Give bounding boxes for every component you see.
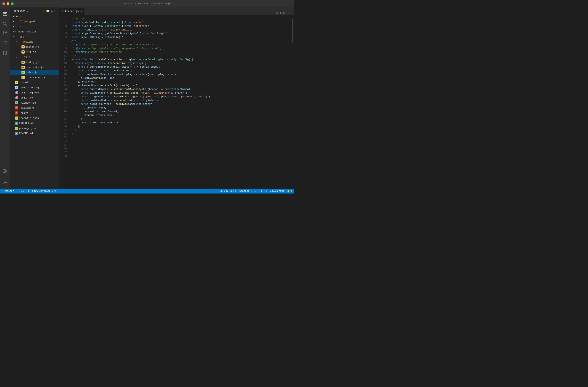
code-line-20: const enchantedBranches = await plugins.… [71,72,288,76]
tree-item-config-js[interactable]: JS config.js [10,60,59,65]
status-spaces[interactable]: Spaces: 2 [240,190,252,193]
git-branch-icon: ⎇ [2,190,5,193]
status-bar: ⎇ master ↻ ✕ 0 ⚠ 0 Flow coverage 97% Ln … [0,189,294,193]
code-line-19: const branches = await getBranches() [71,69,288,72]
refresh-icon[interactable]: ↻ [51,9,53,13]
tree-label-bin: bin [20,15,24,18]
tree-arrow-utils [15,55,18,59]
tab-icon-branch-js: JS [61,10,63,13]
scrollbar-thumb[interactable] [292,19,294,42]
svg-line-3 [6,24,7,26]
status-notifications[interactable]: 🔔 1 [287,190,292,193]
code-line-36: }) [71,124,288,128]
tree-item-eslintrc[interactable]: E .eslintrc [10,95,59,100]
tab-label-branch-js: branch.js [65,10,79,13]
tree-label-editorconfig: .editorconfig [19,86,39,89]
split-editor-icon[interactable]: ⊟ [276,11,278,15]
warning-count: 0 [28,190,29,193]
layout-icon[interactable]: ▦ [283,11,284,15]
code-line-33: }) [71,117,288,121]
tree-item-license-md[interactable]: M LICENSE.md [10,121,59,126]
status-position[interactable]: Ln 39, Col 1 [220,190,237,193]
maximize-button[interactable] [11,2,14,5]
code-line-17: return async function branchAction(args:… [71,61,288,65]
tree-item-jsconfig-json[interactable]: J jsconfig.json [10,115,59,121]
activity-remote[interactable] [0,166,10,176]
tree-item-npmrc[interactable]: N .npmrc [10,111,59,115]
activity-extensions[interactable] [0,38,10,48]
code-line-32: branch: branch.name, [71,113,288,117]
status-language[interactable]: JavaScript [270,190,284,193]
activity-explorer[interactable] [0,9,10,19]
code-line-4: import type { Config, CorePlugin } from … [71,24,288,28]
collapse-icon[interactable]: ≡ [54,9,56,13]
tree-label-eslintignore: .eslintignore [19,91,39,94]
tree-label-src: src [20,35,24,38]
tree-item-utils[interactable]: utils [10,55,59,60]
tree-item-node-modules[interactable]: ⬡ node_modules [10,29,59,34]
file-icon-branch-js: JS [21,45,25,48]
source-control-icon [2,31,7,36]
minimize-button[interactable] [7,2,9,5]
tree-item-actions[interactable]: actions [10,39,59,44]
bookmark-icon [2,50,7,55]
svg-rect-1 [3,14,5,14]
status-flow[interactable]: Flow coverage 97% [32,190,56,193]
line-numbers: 12345 678910 1112131415 1617181920 21222… [59,15,68,189]
tree-item-babelrc[interactable]: B .babelrc [10,80,59,85]
svg-point-12 [4,182,6,183]
status-eol[interactable]: LF [265,190,267,193]
status-branch[interactable]: ⎇ master [2,190,14,193]
tree-item-flow-typed[interactable]: flow-typed [10,19,59,24]
new-folder-icon[interactable]: 📁 [46,9,50,13]
tab-branch-js[interactable]: JS branch.js × [59,8,84,15]
tree-item-src[interactable]: src [10,34,59,39]
window-controls [2,2,14,5]
tree-item-readme-md[interactable]: M README.md [10,131,59,136]
tree-item-branch-js[interactable]: JS branch.js [10,44,59,49]
activity-source-control[interactable] [0,28,10,38]
tree-label-eslintrc: .eslintrc [19,96,33,99]
folder-icon-flow-typed [15,20,19,23]
tree-item-init-js[interactable]: JS init.js [10,49,59,55]
tree-arrow-lib [12,25,15,28]
tree-item-lib[interactable]: lib [10,24,59,29]
activity-settings[interactable] [0,178,10,187]
file-icon-npmrc: N [15,112,18,114]
activity-search[interactable] [0,19,10,28]
tree-item-interfaces-js[interactable]: JS interfaces.js [10,75,59,80]
tree-item-eslintignore[interactable]: E .eslintignore [10,90,59,95]
tree-item-editorconfig[interactable]: E .editorconfig [10,85,59,90]
toggle-panel-icon[interactable]: ⊞ [280,11,281,15]
activity-bar [0,7,10,189]
code-line-11: /** [71,39,288,43]
tree-item-package-json[interactable]: J package.json [10,126,59,131]
tree-item-flowconfig[interactable]: F .flowconfig [10,100,59,105]
tree-item-gitignore[interactable]: G .gitignore [10,105,59,111]
editor-area: JS branch.js × ⊟ ⊞ ▦ ··· 12345 678910 11… [59,7,294,189]
tree-label-lib: lib [20,25,24,28]
file-icon-eslintignore: E [15,91,18,94]
code-line-13: * @param config - global config merged w… [71,46,288,50]
editor-scrollbar[interactable] [291,15,294,189]
new-file-icon[interactable]:  [42,9,44,13]
close-button[interactable] [2,2,5,5]
tree-item-bin[interactable]: ▶ bin [10,14,59,19]
file-icon-editorconfig: E [15,86,18,89]
tab-close-branch-js[interactable]: × [80,10,82,13]
status-errors[interactable]: ✕ 0 ⚠ 0 [21,190,29,193]
tree-label-readme-md: README.md [19,132,33,135]
tree-label-flowconfig: .flowconfig [19,101,36,104]
tree-item-index-js[interactable]: JS index.js [10,70,59,75]
activity-bookmark[interactable] [0,48,10,58]
warning-icon: ⚠ [26,190,27,193]
more-actions-icon[interactable]: ··· [286,11,292,15]
code-editor[interactable]: // @flow import { defaultTo, path, conca… [68,15,291,189]
status-encoding[interactable]: UTF-8 [255,190,262,193]
code-line-14: * @return branch action function [71,50,288,54]
status-sync[interactable]: ↻ [17,190,18,193]
sidebar-header: EXPLORER...  📁 ↻ ≡ [10,7,59,14]
code-line-30: ...branch.meta, [71,106,288,110]
tree-item-constants-js[interactable]: JS constants.js [10,65,59,70]
tree-label-config-js: config.js [25,61,39,64]
